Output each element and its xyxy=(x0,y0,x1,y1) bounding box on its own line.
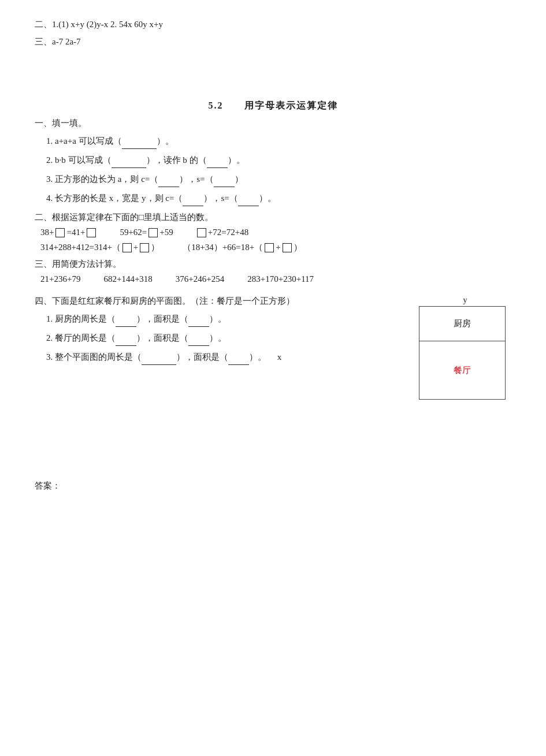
section3-row: 21+236+79 682+144+318 376+246+254 283+17… xyxy=(40,274,511,284)
section2-row1: 38+=41+ 59+62= +59 +72=72+48 xyxy=(40,228,511,237)
blank-1-2b[interactable] xyxy=(207,158,228,168)
blank-4-3a[interactable] xyxy=(142,355,176,365)
problem-4-3: 3. 整个平面图的周长是（），面积是（）。 x xyxy=(46,349,396,365)
problem-4-1: 1. 厨房的周长是（），面积是（）。 xyxy=(46,311,396,327)
sq-5[interactable] xyxy=(122,243,132,252)
sq-4[interactable] xyxy=(197,228,206,237)
top-line2: 三、a-7 2a-7 xyxy=(35,35,511,50)
math-item-1: 38+=41+ xyxy=(40,228,96,237)
blank-4-2b[interactable] xyxy=(188,336,209,346)
blank-1-3b[interactable] xyxy=(214,177,235,187)
calc-item-3: 376+246+254 xyxy=(176,274,224,284)
math-item-5: （18+34）+66=18+（+） xyxy=(183,242,302,253)
section2: 二、根据运算定律在下面的□里填上适当的数。 38+=41+ 59+62= +59… xyxy=(35,212,511,253)
section4-problems: 1. 厨房的周长是（），面积是（）。 2. 餐厅的周长是（），面积是（）。 3.… xyxy=(46,311,396,365)
label-y: y xyxy=(419,296,511,305)
problem-1-3: 3. 正方形的边长为 a，则 c=（），s=（） xyxy=(46,172,511,187)
sq-1[interactable] xyxy=(55,228,65,237)
sq-6[interactable] xyxy=(140,243,149,252)
section1-problems: 1. a+a+a 可以写成（）。 2. b·b 可以写成（），读作 b 的（）。… xyxy=(46,133,511,206)
section-num: 5.2 xyxy=(209,100,224,110)
top-section: 二、1.(1) x+y (2)y-x 2. 54x 60y x+y 三、a-7 … xyxy=(35,17,511,49)
section1-heading: 一、填一填。 xyxy=(35,118,511,129)
math-item-2: 59+62= +59 xyxy=(120,228,173,237)
calc-item-2: 682+144+318 xyxy=(103,274,152,284)
answer-label: 答案： xyxy=(35,481,61,490)
section4-heading: 四、下面是红红家餐厅和厨房的平面图。（注：餐厅是一个正方形） xyxy=(35,296,396,307)
sq-3[interactable] xyxy=(148,228,158,237)
blank-1-1[interactable] xyxy=(122,139,157,149)
sq-7[interactable] xyxy=(265,243,274,252)
blank-4-1a[interactable] xyxy=(116,316,136,327)
section2-row2: 314+288+412=314+（+） （18+34）+66=18+（+） xyxy=(40,242,511,253)
blank-4-3b[interactable] xyxy=(228,355,249,365)
blank-1-4b[interactable] xyxy=(238,196,259,206)
math-item-3: +72=72+48 xyxy=(196,228,248,237)
kitchen-label: 厨房 xyxy=(454,318,471,329)
diagram-box: 厨房 餐厅 xyxy=(419,306,506,400)
problem-1-4: 4. 长方形的长是 x，宽是 y，则 c=（），s=（）。 xyxy=(46,191,511,206)
problem-1-1: 1. a+a+a 可以写成（）。 xyxy=(46,133,511,149)
section4: 四、下面是红红家餐厅和厨房的平面图。（注：餐厅是一个正方形） 1. 厨房的周长是… xyxy=(35,296,511,400)
kitchen-box: 厨房 xyxy=(419,307,505,341)
blank-1-2a[interactable] xyxy=(112,158,146,168)
section3-heading: 三、用简便方法计算。 xyxy=(35,259,511,270)
blank-4-1b[interactable] xyxy=(188,316,209,327)
dining-label: 餐厅 xyxy=(454,365,471,376)
blank-4-2a[interactable] xyxy=(116,336,136,346)
section4-text: 四、下面是红红家餐厅和厨房的平面图。（注：餐厅是一个正方形） 1. 厨房的周长是… xyxy=(35,296,396,368)
problem-4-2: 2. 餐厅的周长是（），面积是（）。 xyxy=(46,330,396,346)
section1: 一、填一填。 1. a+a+a 可以写成（）。 2. b·b 可以写成（），读作… xyxy=(35,118,511,206)
dining-box: 餐厅 xyxy=(419,341,505,399)
section3: 三、用简便方法计算。 21+236+79 682+144+318 376+246… xyxy=(35,259,511,284)
section-title-text: 用字母表示运算定律 xyxy=(244,100,338,110)
math-item-4: 314+288+412=314+（+） xyxy=(40,242,159,253)
section-title: 5.2 用字母表示运算定律 xyxy=(35,100,511,112)
calc-item-1: 21+236+79 xyxy=(40,274,80,284)
sq-2[interactable] xyxy=(87,228,96,237)
answer-section: 答案： xyxy=(35,481,511,491)
section4-diagram: y 厨房 餐厅 xyxy=(413,296,511,400)
top-line1: 二、1.(1) x+y (2)y-x 2. 54x 60y x+y xyxy=(35,17,511,32)
sq-8[interactable] xyxy=(283,243,292,252)
blank-1-3a[interactable] xyxy=(158,177,179,187)
section2-heading: 二、根据运算定律在下面的□里填上适当的数。 xyxy=(35,212,511,223)
calc-item-4: 283+170+230+117 xyxy=(247,274,314,284)
problem-1-2: 2. b·b 可以写成（），读作 b 的（）。 xyxy=(46,152,511,168)
page: 二、1.(1) x+y (2)y-x 2. 54x 60y x+y 三、a-7 … xyxy=(0,0,546,756)
blank-1-4a[interactable] xyxy=(183,196,203,206)
